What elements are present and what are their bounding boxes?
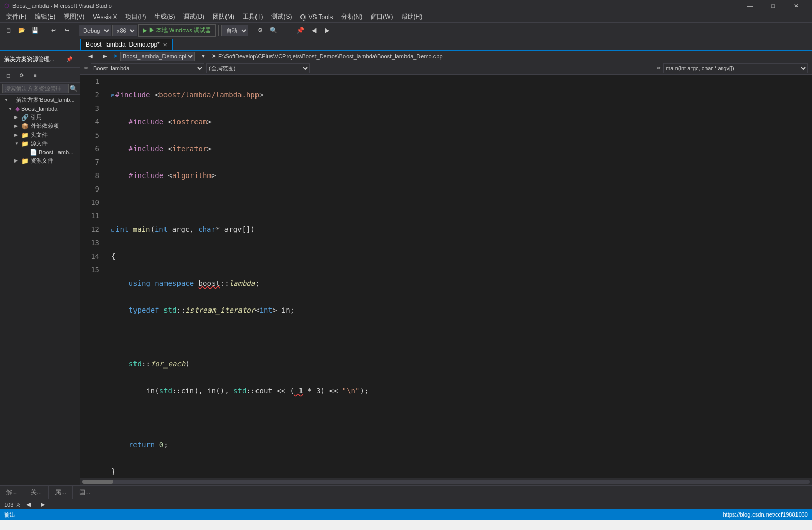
horizontal-scrollbar[interactable] [80,478,812,485]
menu-window[interactable]: 窗口(W) [366,11,397,23]
toolbar-save[interactable]: 💾 [29,24,41,37]
menu-vassistx[interactable]: VAssistX [88,11,121,23]
member-dropdown[interactable]: main(int argc, char * argv[]) [663,63,808,73]
nav-arrow-icon: ➤ [113,53,118,60]
toolbar-btn-extra6[interactable]: ▶ [321,24,334,37]
status-left: 输出 [4,511,16,519]
toolbar-separator-1 [44,25,44,36]
ref-icon: 🔗 [21,114,29,121]
toolbar-btn-extra2[interactable]: 🔍 [267,24,280,37]
tree-item-solution[interactable]: ▼ □ 解决方案'Boost_lamb... [0,96,80,105]
tree-item-resources[interactable]: ▶ 📁 资源文件 [0,156,80,165]
class-nav-icon: ✏ [84,65,88,71]
menu-help[interactable]: 帮助(H) [397,11,427,23]
menu-team[interactable]: 团队(M) [208,11,238,23]
toolbar-undo[interactable]: ↩ [47,24,59,37]
menu-qtvs[interactable]: Qt VS Tools [296,11,337,23]
tree-item-project[interactable]: ▼ ◆ Boost_lambda [0,105,80,113]
menu-bar: 文件(F) 编辑(E) 视图(V) VAssistX 项目(P) 生成(B) 调… [0,11,812,23]
code-content[interactable]: ⊟#include <boost/lambda/lambda.hpp> #inc… [106,75,812,478]
toolbar-btn-extra1[interactable]: ⚙ [254,24,266,37]
status-right: https://blog.csdn.net/ccf19881030 [723,511,808,518]
tree-expand-icon: ▶ [14,132,20,137]
tree-label: Boost_lamb... [39,149,73,155]
class-scope-dropdown[interactable]: Boost_lambda [91,63,204,73]
tree-item-headers[interactable]: ▶ 📁 头文件 [0,130,80,139]
source-icon: 📁 [21,140,29,148]
header-icon: 📁 [21,131,29,139]
nav-dropdown-btn[interactable]: ▼ [197,51,209,63]
scope-member-dropdown[interactable]: (全局范围) [206,63,310,73]
bottom-tab-solution[interactable]: 解... [0,486,24,499]
debug-config-dropdown[interactable]: Debug [79,25,111,36]
tab-close-button[interactable]: ✕ [163,42,167,48]
zoom-decrease-button[interactable]: ◀ [22,498,35,511]
bottom-tabs: 解... 关... 属... 国... [0,485,812,499]
title-text: Boost_lambda - Microsoft Visual Studio [12,3,112,9]
file-path: E:\SoftDevelop\CPlus\VCProjets\Boost_Dem… [218,53,443,60]
scroll-track[interactable] [82,480,810,484]
zoom-increase-button[interactable]: ▶ [37,498,49,511]
project-icon: ◆ [15,105,20,112]
bottom-tab-label: 关... [31,488,42,497]
resource-icon: 📁 [21,157,29,165]
menu-project[interactable]: 项目(P) [121,11,150,23]
tree-item-sources[interactable]: ▼ 📁 源文件 [0,139,80,148]
tree-label: 资源文件 [31,157,53,165]
menu-tools[interactable]: 工具(T) [238,11,267,23]
class-nav: ✏ Boost_lambda (全局范围) ✏ main(int argc, c… [80,62,812,75]
bottom-tab-team[interactable]: 国... [73,486,97,499]
attach-mode-dropdown[interactable]: 自动 [221,25,248,36]
sidebar-pin-button[interactable]: 📌 [63,53,76,65]
tree-expand-icon: ▼ [4,98,9,102]
toolbar-btn-extra4[interactable]: 📌 [294,24,307,37]
sidebar-search: 🔍 [0,83,80,95]
file-nav-bar: ◀ ▶ ➤ Boost_lambda_Demo.cpi ▼ ➤ E:\SoftD… [80,51,812,62]
menu-analyze[interactable]: 分析(N) [337,11,367,23]
bottom-tab-properties[interactable]: 属... [49,486,73,499]
tree-item-external[interactable]: ▶ 📦 外部依赖项 [0,122,80,130]
sidebar-title: 解决方案资源管理... [4,55,54,63]
tab-bar: Boost_lambda_Demo.cpp* ✕ [0,38,812,51]
toolbar-open[interactable]: 📂 [16,24,28,37]
sidebar-toolbar-btn2[interactable]: ⟳ [16,69,28,81]
member-indicator: ✏ [657,65,661,71]
tree-item-boost-lambda-file[interactable]: 📄 Boost_lamb... [0,148,80,156]
toolbar: ◻ 📂 💾 ↩ ↪ Debug x86 ▶ ▶ 本地 Windows 调试器 自… [0,23,812,38]
menu-debug[interactable]: 调试(D) [179,11,208,23]
menu-build[interactable]: 生成(B) [150,11,179,23]
tree-expand-icon: ▶ [14,124,20,128]
tab-main-file[interactable]: Boost_lambda_Demo.cpp* ✕ [80,39,173,50]
main-area: 解决方案资源管理... 📌 ◻ ⟳ ≡ 🔍 ▼ □ 解决方案'Boost_lam… [0,51,812,485]
bottom-tab-related[interactable]: 关... [24,486,49,499]
tree-label: 引用 [31,113,42,121]
toolbar-btn-extra5[interactable]: ◀ [308,24,320,37]
search-input[interactable] [2,84,69,93]
toolbar-redo[interactable]: ↪ [61,24,73,37]
platform-dropdown[interactable]: x86 [112,25,137,36]
sidebar-tree: ▼ □ 解决方案'Boost_lamb... ▼ ◆ Boost_lambda … [0,95,80,485]
menu-edit[interactable]: 编辑(E) [31,11,59,23]
close-button[interactable]: ✕ [785,0,808,11]
scroll-thumb[interactable] [82,480,113,484]
tree-item-ref[interactable]: ▶ 🔗 引用 [0,113,80,122]
file-icon: 📄 [29,149,37,156]
menu-view[interactable]: 视图(V) [59,11,88,23]
nav-forward-button[interactable]: ▶ [99,51,111,63]
tree-label: 解决方案'Boost_lamb... [16,96,74,104]
maximize-button[interactable]: □ [761,0,785,11]
tab-label: Boost_lambda_Demo.cpp* [86,41,160,48]
tree-label: Boost_lambda [21,106,57,112]
sidebar-toolbar-btn1[interactable]: ◻ [2,69,14,81]
bottom-tab-label: 属... [55,488,66,497]
menu-test[interactable]: 测试(S) [267,11,296,23]
menu-file[interactable]: 文件(F) [2,11,31,23]
toolbar-new[interactable]: ◻ [2,24,14,37]
toolbar-btn-extra3[interactable]: ≡ [281,24,293,37]
editor-area: ◀ ▶ ➤ Boost_lambda_Demo.cpi ▼ ➤ E:\SoftD… [80,51,812,485]
run-button[interactable]: ▶ ▶ 本地 Windows 调试器 [138,24,216,37]
file-dropdown[interactable]: Boost_lambda_Demo.cpi [120,52,195,61]
sidebar-toolbar-btn3[interactable]: ≡ [29,69,41,81]
minimize-button[interactable]: — [738,0,761,11]
nav-back-button[interactable]: ◀ [84,51,97,63]
